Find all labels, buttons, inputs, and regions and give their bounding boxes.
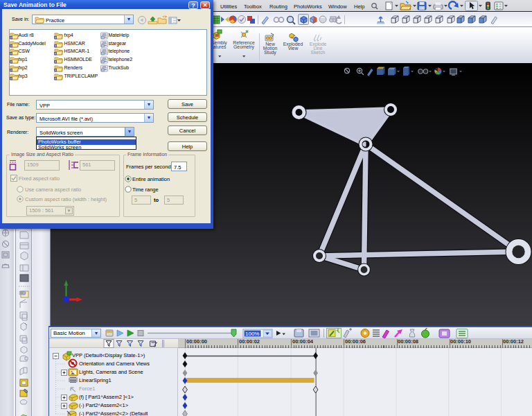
- svg-text:100%: 100%: [245, 331, 259, 337]
- svg-text:3D: 3D: [19, 291, 26, 295]
